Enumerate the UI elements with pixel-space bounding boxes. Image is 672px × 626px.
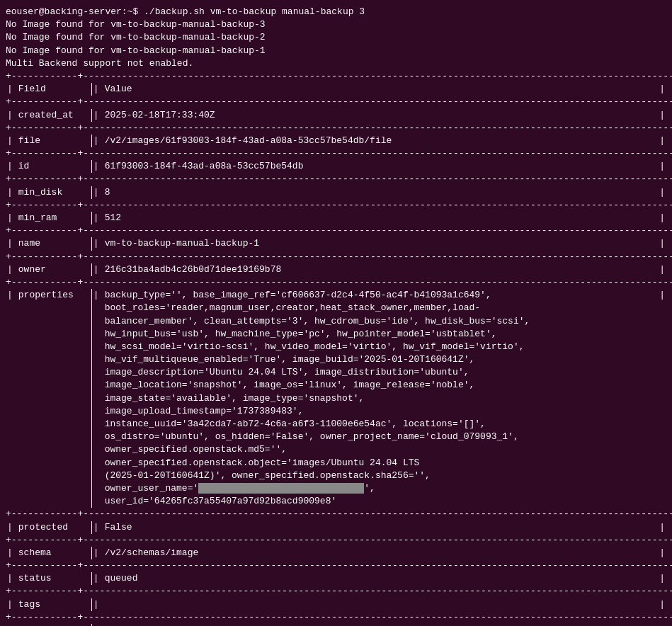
output-line-3: No Image found for vm-to-backup-manual-b… [6, 45, 666, 57]
table-cell-value: /v2/schemas/image [101, 547, 659, 559]
table-cell-field: id [14, 160, 92, 173]
pipe: | [658, 521, 666, 534]
pipe: | [6, 186, 14, 199]
table-row: |tags|| [6, 598, 666, 611]
table-cell-value: vm-to-backup-manual-backup-1 [101, 237, 659, 250]
redacted-value [198, 483, 364, 494]
pipe: | [6, 135, 14, 147]
output-line-1: No Image found for vm-to-backup-manual-b… [6, 18, 666, 31]
pipe: | [92, 135, 101, 147]
table-cell-value: 216c31ba4adb4c26b0d71dee19169b78 [101, 263, 659, 276]
pipe: | [6, 598, 14, 611]
table-row: |file|/v2/images/61f93003-184f-43ad-a08a… [6, 135, 666, 147]
table-row: |protected|False| [6, 521, 666, 534]
pipe: | [658, 289, 666, 508]
pipe: | [658, 212, 666, 224]
table-row-border: +------------+--------------------------… [6, 611, 666, 624]
pipe: | [6, 572, 14, 585]
table-cell-field: min_disk [14, 186, 92, 199]
pipe: | [92, 572, 101, 585]
pipe: | [658, 186, 666, 199]
pipe: | [92, 83, 101, 96]
table-cell-value: backup_type='', base_image_ref='cf606637… [101, 289, 659, 508]
table-row-border: +------------+--------------------------… [6, 508, 666, 520]
pipe: | [92, 237, 101, 250]
pipe: | [92, 547, 101, 559]
table-cell-value [101, 598, 659, 611]
command-line: eouser@backing-server:~$ ./backup.sh vm-… [6, 6, 666, 18]
table-top-border: +------------+--------------------------… [6, 70, 666, 83]
table-row-border: +------------+--------------------------… [6, 224, 666, 237]
pipe: | [658, 83, 666, 96]
table-cell-field: properties [14, 289, 92, 508]
terminal: eouser@backing-server:~$ ./backup.sh vm-… [6, 6, 666, 626]
table-row: |created_at|2025-02-18T17:33:40Z| [6, 109, 666, 122]
pipe: | [658, 263, 666, 276]
pipe: | [92, 186, 101, 199]
table-row-border: +------------+--------------------------… [6, 199, 666, 212]
pipe: | [6, 521, 14, 534]
pipe: | [658, 598, 666, 611]
table-row-border: +------------+--------------------------… [6, 251, 666, 263]
pipe: | [92, 289, 101, 508]
pipe: | [92, 109, 101, 122]
table-cell-value: 512 [101, 212, 659, 224]
pipe: | [92, 160, 101, 173]
table-header-border: +------------+--------------------------… [6, 96, 666, 108]
table-row-border: +------------+--------------------------… [6, 559, 666, 572]
table-cell-field: protected [14, 521, 92, 534]
table-cell-field: created_at [14, 109, 92, 122]
header-value: Value [101, 83, 659, 96]
table-body: |created_at|2025-02-18T17:33:40Z|+------… [6, 109, 666, 627]
pipe: | [6, 212, 14, 224]
table-row-border: +------------+--------------------------… [6, 147, 666, 160]
table-cell-field: name [14, 237, 92, 250]
table-cell-field: status [14, 572, 92, 585]
table-row-border: +------------+--------------------------… [6, 122, 666, 135]
pipe: | [6, 289, 14, 508]
pipe: | [658, 135, 666, 147]
pipe: | [92, 521, 101, 534]
table-cell-value: False [101, 521, 659, 534]
pipe: | [6, 263, 14, 276]
pipe: | [6, 160, 14, 173]
table-row: |properties|backup_type='', base_image_r… [6, 289, 666, 508]
table-row-border: +------------+--------------------------… [6, 276, 666, 289]
pipe: | [658, 109, 666, 122]
table-row-border: +------------+--------------------------… [6, 173, 666, 186]
table-header-row: | Field | Value | [6, 83, 666, 96]
table-cell-value: queued [101, 572, 659, 585]
output-line-2: No Image found for vm-to-backup-manual-b… [6, 31, 666, 44]
table-cell-field: tags [14, 598, 92, 611]
pipe: | [6, 83, 14, 96]
header-field: Field [14, 83, 92, 96]
table-row-border: +------------+--------------------------… [6, 585, 666, 598]
pipe: | [6, 237, 14, 250]
table-row: |status|queued| [6, 572, 666, 585]
table-cell-value: /v2/images/61f93003-184f-43ad-a08a-53cc5… [101, 135, 659, 147]
output-line-4: Multi Backend support not enabled. [6, 57, 666, 70]
pipe: | [6, 547, 14, 559]
pipe: | [658, 160, 666, 173]
pipe: | [658, 547, 666, 559]
table-cell-field: schema [14, 547, 92, 559]
pipe: | [6, 109, 14, 122]
table-cell-field: min_ram [14, 212, 92, 224]
table-row: |owner|216c31ba4adb4c26b0d71dee19169b78| [6, 263, 666, 276]
pipe: | [658, 572, 666, 585]
table-row: |id|61f93003-184f-43ad-a08a-53cc57be54db… [6, 160, 666, 173]
table-cell-value: 8 [101, 186, 659, 199]
table-cell-field: file [14, 135, 92, 147]
table-cell-value: 61f93003-184f-43ad-a08a-53cc57be54db [101, 160, 659, 173]
table-cell-field: owner [14, 263, 92, 276]
table-cell-value: 2025-02-18T17:33:40Z [101, 109, 659, 122]
table-row-border: +------------+--------------------------… [6, 534, 666, 547]
pipe: | [92, 263, 101, 276]
table-row: |min_ram|512| [6, 212, 666, 224]
pipe: | [658, 237, 666, 250]
table-row: |name|vm-to-backup-manual-backup-1| [6, 237, 666, 250]
table-row: |schema|/v2/schemas/image| [6, 547, 666, 559]
pipe: | [92, 212, 101, 224]
pipe: | [92, 598, 101, 611]
table-row: |min_disk|8| [6, 186, 666, 199]
